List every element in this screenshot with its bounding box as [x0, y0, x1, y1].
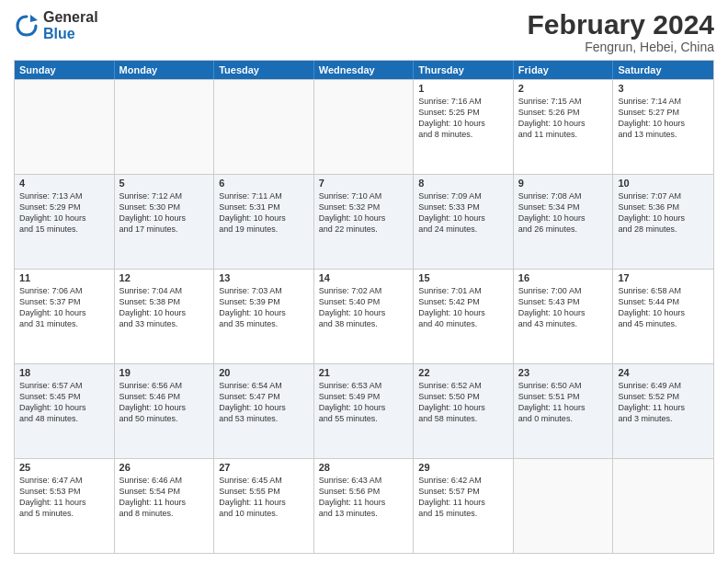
day-number: 21	[319, 367, 409, 378]
calendar-cell: 24Sunrise: 6:49 AM Sunset: 5:52 PM Dayli…	[613, 364, 713, 458]
header: General Blue February 2024 Fengrun, Hebe…	[14, 9, 714, 54]
day-number: 18	[19, 367, 109, 378]
calendar-cell: 18Sunrise: 6:57 AM Sunset: 5:45 PM Dayli…	[15, 364, 115, 458]
calendar-cell: 3Sunrise: 7:14 AM Sunset: 5:27 PM Daylig…	[613, 80, 713, 174]
calendar-cell: 20Sunrise: 6:54 AM Sunset: 5:47 PM Dayli…	[214, 364, 314, 458]
calendar-row: 25Sunrise: 6:47 AM Sunset: 5:53 PM Dayli…	[15, 458, 713, 553]
logo-icon	[14, 13, 40, 39]
day-number: 6	[219, 178, 309, 189]
calendar-header-day: Tuesday	[214, 61, 314, 79]
day-info: Sunrise: 6:54 AM Sunset: 5:47 PM Dayligh…	[219, 380, 309, 425]
day-number: 13	[219, 272, 309, 283]
logo-text: General Blue	[43, 9, 98, 41]
calendar-cell: 27Sunrise: 6:45 AM Sunset: 5:55 PM Dayli…	[214, 459, 314, 553]
day-info: Sunrise: 6:52 AM Sunset: 5:50 PM Dayligh…	[418, 380, 508, 425]
calendar-cell: 14Sunrise: 7:02 AM Sunset: 5:40 PM Dayli…	[314, 270, 415, 363]
day-info: Sunrise: 6:46 AM Sunset: 5:54 PM Dayligh…	[119, 475, 210, 520]
calendar-cell	[15, 80, 115, 174]
day-info: Sunrise: 7:02 AM Sunset: 5:40 PM Dayligh…	[319, 285, 409, 330]
calendar-cell: 4Sunrise: 7:13 AM Sunset: 5:29 PM Daylig…	[15, 175, 115, 269]
day-number: 28	[319, 462, 409, 473]
day-number: 8	[418, 178, 508, 189]
day-info: Sunrise: 6:58 AM Sunset: 5:44 PM Dayligh…	[618, 285, 709, 330]
calendar-cell: 26Sunrise: 6:46 AM Sunset: 5:54 PM Dayli…	[115, 459, 215, 553]
subtitle: Fengrun, Hebei, China	[528, 40, 714, 54]
calendar-header-day: Monday	[115, 61, 215, 79]
day-info: Sunrise: 7:01 AM Sunset: 5:42 PM Dayligh…	[418, 285, 508, 330]
day-info: Sunrise: 7:09 AM Sunset: 5:33 PM Dayligh…	[418, 190, 508, 236]
page: General Blue February 2024 Fengrun, Hebe…	[0, 0, 728, 563]
calendar-cell: 16Sunrise: 7:00 AM Sunset: 5:43 PM Dayli…	[514, 270, 614, 363]
calendar-cell: 5Sunrise: 7:12 AM Sunset: 5:30 PM Daylig…	[115, 175, 215, 269]
calendar-cell: 23Sunrise: 6:50 AM Sunset: 5:51 PM Dayli…	[514, 364, 614, 458]
calendar-header-day: Saturday	[613, 61, 713, 79]
day-number: 5	[119, 178, 210, 189]
day-info: Sunrise: 6:42 AM Sunset: 5:57 PM Dayligh…	[418, 475, 508, 520]
calendar-cell: 25Sunrise: 6:47 AM Sunset: 5:53 PM Dayli…	[15, 459, 115, 553]
day-number: 24	[618, 367, 709, 378]
day-number: 25	[19, 462, 109, 473]
day-info: Sunrise: 6:57 AM Sunset: 5:45 PM Dayligh…	[19, 380, 109, 425]
day-info: Sunrise: 7:10 AM Sunset: 5:32 PM Dayligh…	[319, 190, 409, 236]
day-info: Sunrise: 6:47 AM Sunset: 5:53 PM Dayligh…	[19, 475, 109, 520]
calendar-row: 4Sunrise: 7:13 AM Sunset: 5:29 PM Daylig…	[15, 174, 713, 269]
calendar-row: 11Sunrise: 7:06 AM Sunset: 5:37 PM Dayli…	[15, 269, 713, 363]
calendar-cell	[613, 459, 713, 553]
title-block: February 2024 Fengrun, Hebei, China	[528, 9, 714, 54]
day-number: 22	[418, 367, 508, 378]
calendar-cell: 2Sunrise: 7:15 AM Sunset: 5:26 PM Daylig…	[514, 80, 614, 174]
calendar-cell	[115, 80, 215, 174]
day-number: 2	[518, 83, 609, 94]
day-info: Sunrise: 6:43 AM Sunset: 5:56 PM Dayligh…	[319, 475, 409, 520]
calendar-cell: 11Sunrise: 7:06 AM Sunset: 5:37 PM Dayli…	[15, 270, 115, 363]
calendar-cell: 15Sunrise: 7:01 AM Sunset: 5:42 PM Dayli…	[414, 270, 514, 363]
day-number: 7	[319, 178, 409, 189]
calendar-body: 1Sunrise: 7:16 AM Sunset: 5:25 PM Daylig…	[15, 79, 713, 553]
calendar-header-day: Friday	[514, 61, 614, 79]
calendar-header-day: Wednesday	[314, 61, 415, 79]
calendar-cell	[514, 459, 614, 553]
calendar-cell: 17Sunrise: 6:58 AM Sunset: 5:44 PM Dayli…	[613, 270, 713, 363]
day-number: 12	[119, 272, 210, 283]
calendar-cell: 19Sunrise: 6:56 AM Sunset: 5:46 PM Dayli…	[115, 364, 215, 458]
calendar-cell: 21Sunrise: 6:53 AM Sunset: 5:49 PM Dayli…	[314, 364, 415, 458]
day-info: Sunrise: 7:14 AM Sunset: 5:27 PM Dayligh…	[618, 96, 709, 141]
day-info: Sunrise: 7:03 AM Sunset: 5:39 PM Dayligh…	[219, 285, 309, 330]
day-info: Sunrise: 6:56 AM Sunset: 5:46 PM Dayligh…	[119, 380, 210, 425]
day-info: Sunrise: 6:45 AM Sunset: 5:55 PM Dayligh…	[219, 475, 309, 520]
day-number: 3	[618, 83, 709, 94]
day-info: Sunrise: 6:50 AM Sunset: 5:51 PM Dayligh…	[518, 380, 609, 425]
calendar-row: 18Sunrise: 6:57 AM Sunset: 5:45 PM Dayli…	[15, 363, 713, 458]
calendar-cell	[214, 80, 314, 174]
calendar-cell: 28Sunrise: 6:43 AM Sunset: 5:56 PM Dayli…	[314, 459, 415, 553]
day-info: Sunrise: 7:00 AM Sunset: 5:43 PM Dayligh…	[518, 285, 609, 330]
day-info: Sunrise: 7:15 AM Sunset: 5:26 PM Dayligh…	[518, 96, 609, 141]
calendar-header-day: Sunday	[15, 61, 115, 79]
day-number: 19	[119, 367, 210, 378]
day-number: 26	[119, 462, 210, 473]
day-number: 15	[418, 272, 508, 283]
day-info: Sunrise: 6:53 AM Sunset: 5:49 PM Dayligh…	[319, 380, 409, 425]
day-number: 20	[219, 367, 309, 378]
calendar-cell: 22Sunrise: 6:52 AM Sunset: 5:50 PM Dayli…	[414, 364, 514, 458]
day-info: Sunrise: 7:11 AM Sunset: 5:31 PM Dayligh…	[219, 190, 309, 236]
calendar-cell: 6Sunrise: 7:11 AM Sunset: 5:31 PM Daylig…	[214, 175, 314, 269]
main-title: February 2024	[528, 9, 714, 40]
calendar-header-day: Thursday	[414, 61, 514, 79]
day-info: Sunrise: 7:04 AM Sunset: 5:38 PM Dayligh…	[119, 285, 210, 330]
day-number: 23	[518, 367, 609, 378]
day-number: 16	[518, 272, 609, 283]
day-number: 17	[618, 272, 709, 283]
day-number: 4	[19, 178, 109, 189]
day-info: Sunrise: 7:07 AM Sunset: 5:36 PM Dayligh…	[618, 190, 709, 236]
calendar-row: 1Sunrise: 7:16 AM Sunset: 5:25 PM Daylig…	[15, 79, 713, 174]
day-number: 11	[19, 272, 109, 283]
day-number: 9	[518, 178, 609, 189]
day-number: 10	[618, 178, 709, 189]
logo: General Blue	[14, 9, 98, 41]
day-info: Sunrise: 7:13 AM Sunset: 5:29 PM Dayligh…	[19, 190, 109, 236]
day-number: 27	[219, 462, 309, 473]
day-info: Sunrise: 7:06 AM Sunset: 5:37 PM Dayligh…	[19, 285, 109, 330]
calendar-cell: 8Sunrise: 7:09 AM Sunset: 5:33 PM Daylig…	[414, 175, 514, 269]
day-number: 29	[418, 462, 508, 473]
